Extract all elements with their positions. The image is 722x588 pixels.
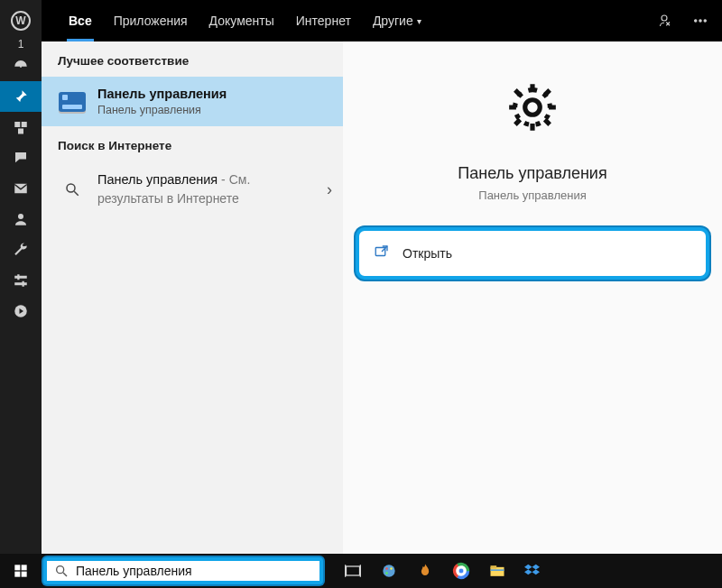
- tab-internet[interactable]: Интернет: [285, 0, 362, 41]
- result-subtitle: Панель управления: [97, 103, 227, 117]
- control-panel-icon: [56, 87, 88, 117]
- users-icon[interactable]: [0, 204, 42, 234]
- svg-rect-18: [375, 248, 385, 256]
- settings-slider-icon[interactable]: [0, 265, 42, 296]
- svg-rect-6: [14, 276, 27, 279]
- search-tabs: Все Приложения Документы Интернет Другие…: [42, 0, 722, 41]
- comments-icon[interactable]: [0, 142, 42, 173]
- app-sidebar: W 1: [0, 0, 42, 554]
- svg-rect-20: [22, 565, 27, 570]
- result-web-title: Панель управления: [97, 172, 218, 187]
- feedback-icon[interactable]: [652, 8, 677, 33]
- svg-point-0: [20, 66, 22, 68]
- tab-apps[interactable]: Приложения: [103, 0, 199, 41]
- svg-point-23: [57, 566, 64, 574]
- wordpress-icon[interactable]: W: [11, 11, 31, 31]
- taskbar-search[interactable]: [43, 557, 323, 584]
- svg-rect-40: [491, 569, 504, 571]
- svg-point-11: [662, 15, 667, 21]
- svg-rect-22: [22, 572, 27, 577]
- taskbar: [0, 554, 722, 588]
- pin-icon[interactable]: [0, 81, 42, 112]
- result-control-panel[interactable]: Панель управления Панель управления: [42, 77, 343, 126]
- flame-icon[interactable]: [415, 561, 435, 581]
- dropbox-icon[interactable]: [523, 561, 543, 581]
- svg-line-24: [63, 573, 67, 576]
- detail-subtitle: Панель управления: [478, 188, 586, 202]
- paint-icon[interactable]: [379, 561, 399, 581]
- svg-point-28: [383, 565, 394, 576]
- search-icon: [56, 174, 88, 205]
- start-button[interactable]: [0, 554, 42, 588]
- tab-more-label: Другие: [373, 14, 413, 28]
- svg-point-29: [385, 567, 388, 570]
- svg-point-15: [67, 184, 75, 192]
- svg-point-14: [704, 20, 706, 22]
- chrome-icon[interactable]: [451, 561, 471, 581]
- result-web-search[interactable]: Панель управления - См. результаты в Инт…: [42, 161, 343, 217]
- svg-point-17: [525, 100, 541, 115]
- results-column: Лучшее соответствие Панель управления Па…: [42, 41, 343, 554]
- media-icon[interactable]: [0, 112, 42, 142]
- svg-rect-2: [22, 122, 27, 127]
- open-label: Открыть: [403, 246, 452, 261]
- tab-documents[interactable]: Документы: [199, 0, 285, 41]
- svg-rect-25: [347, 566, 360, 575]
- detail-column: Панель управления Панель управления Откр…: [343, 41, 722, 554]
- detail-title: Панель управления: [458, 164, 606, 183]
- svg-rect-39: [491, 565, 497, 568]
- tools-icon[interactable]: [0, 234, 42, 265]
- chevron-right-icon[interactable]: ›: [327, 179, 332, 198]
- sidebar-top-label: 1: [18, 38, 24, 51]
- svg-rect-3: [18, 129, 23, 134]
- svg-point-13: [699, 20, 701, 22]
- taskbar-icons: [343, 561, 543, 581]
- explorer-icon[interactable]: [487, 561, 507, 581]
- more-options-icon[interactable]: [688, 8, 713, 33]
- chevron-down-icon: ▾: [417, 16, 421, 26]
- task-view-icon[interactable]: [343, 561, 363, 581]
- search-input[interactable]: [76, 564, 312, 578]
- svg-rect-1: [14, 122, 20, 127]
- open-action[interactable]: Открыть: [356, 227, 709, 280]
- search-flyout: Все Приложения Документы Интернет Другие…: [42, 0, 722, 554]
- svg-point-12: [695, 20, 697, 22]
- svg-point-31: [385, 572, 388, 574]
- tab-all[interactable]: Все: [58, 0, 103, 41]
- svg-rect-8: [17, 274, 19, 280]
- svg-rect-21: [14, 572, 20, 577]
- svg-point-30: [390, 567, 393, 570]
- web-search-heading: Поиск в Интернете: [42, 126, 343, 161]
- result-title: Панель управления: [97, 86, 227, 103]
- gear-icon: [501, 76, 564, 139]
- best-match-heading: Лучшее соответствие: [42, 41, 343, 77]
- svg-rect-7: [14, 282, 27, 285]
- svg-rect-9: [23, 281, 24, 287]
- svg-point-5: [18, 214, 23, 219]
- play-icon[interactable]: [0, 296, 42, 326]
- svg-rect-19: [14, 565, 20, 570]
- open-icon: [374, 243, 390, 263]
- search-icon: [54, 564, 69, 578]
- mail-icon[interactable]: [0, 173, 42, 204]
- search-columns: Лучшее соответствие Панель управления Па…: [42, 41, 722, 554]
- svg-line-16: [74, 191, 79, 196]
- dashboard-icon[interactable]: [0, 51, 42, 81]
- tab-more[interactable]: Другие ▾: [362, 0, 432, 41]
